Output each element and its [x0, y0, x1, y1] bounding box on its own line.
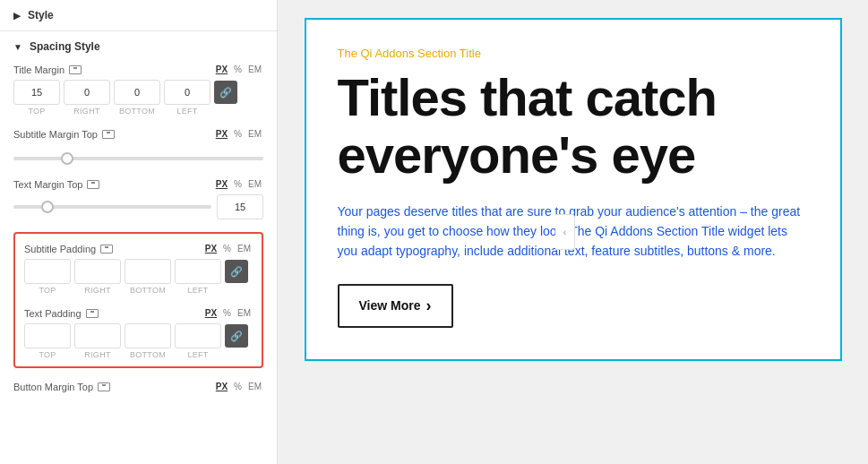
subtitle-padding-group: Subtitle Padding PX % EM 🔗	[24, 243, 253, 295]
style-section-header[interactable]: ▶ Style	[0, 0, 277, 31]
text-padding-top-input[interactable]	[24, 323, 71, 348]
text-padding-label-row: Text Padding PX % EM	[24, 307, 253, 319]
subtitle-margin-top-em-btn[interactable]: EM	[246, 128, 263, 140]
title-margin-link-btn[interactable]: 🔗	[214, 81, 237, 104]
subtitle-padding-sublabels: TOP RIGHT BOTTOM LEFT	[24, 286, 253, 295]
title-margin-label: Title Margin	[13, 64, 82, 75]
button-margin-top-em-btn[interactable]: EM	[246, 381, 263, 392]
text-margin-top-text: Text Margin Top	[13, 179, 82, 190]
title-margin-px-btn[interactable]: PX	[214, 64, 229, 75]
subtitle-padding-top-label: TOP	[24, 286, 71, 295]
title-margin-left-label: LEFT	[164, 107, 211, 116]
text-padding-right-label: RIGHT	[74, 350, 121, 359]
text-padding-monitor-icon	[86, 309, 99, 318]
button-margin-top-label-row: Button Margin Top PX % EM	[13, 381, 263, 392]
text-margin-top-group: Text Margin Top PX % EM	[13, 178, 263, 219]
subtitle-margin-top-group: Subtitle Margin Top PX % EM	[13, 128, 263, 166]
text-padding-inputs: 🔗	[24, 323, 253, 348]
subtitle-padding-px-btn[interactable]: PX	[203, 243, 219, 254]
text-margin-top-percent-btn[interactable]: %	[232, 178, 244, 190]
text-margin-top-em-btn[interactable]: EM	[246, 178, 263, 190]
subtitle-padding-left-input[interactable]	[175, 259, 221, 284]
title-margin-inputs: 🔗	[13, 80, 263, 105]
subtitle-padding-left-label: LEFT	[175, 286, 221, 295]
text-padding-right-input[interactable]	[74, 323, 121, 348]
subtitle-padding-text: Subtitle Padding	[24, 244, 96, 254]
title-margin-text: Title Margin	[13, 64, 64, 75]
subtitle-padding-inputs: 🔗	[24, 259, 253, 284]
title-margin-group: Title Margin PX % EM 🔗 TOP RIGHT BO	[13, 64, 263, 116]
title-margin-label-row: Title Margin PX % EM	[13, 64, 263, 75]
button-margin-top-units: PX % EM	[214, 381, 263, 392]
spacing-style-label: Spacing Style	[30, 40, 100, 53]
text-padding-left-label: LEFT	[175, 350, 221, 359]
preview-view-more-btn[interactable]: View More ›	[338, 284, 453, 328]
subtitle-margin-top-monitor-icon	[102, 130, 115, 139]
title-margin-units: PX % EM	[214, 64, 263, 75]
title-margin-bottom-input[interactable]	[114, 80, 160, 105]
button-margin-top-px-btn[interactable]: PX	[214, 381, 229, 392]
title-margin-percent-btn[interactable]: %	[232, 64, 244, 75]
text-padding-bottom-input[interactable]	[125, 323, 171, 348]
text-padding-left-input[interactable]	[175, 323, 221, 348]
text-padding-text: Text Padding	[24, 308, 82, 319]
preview-title: Titles that catch everyone's eye	[338, 69, 809, 184]
button-margin-top-percent-btn[interactable]: %	[232, 381, 244, 392]
title-margin-top-label: TOP	[13, 107, 60, 116]
text-margin-top-slider[interactable]	[13, 205, 211, 209]
collapse-panel-btn[interactable]: ‹	[555, 214, 575, 250]
subtitle-padding-percent-btn[interactable]: %	[221, 243, 233, 254]
text-padding-percent-btn[interactable]: %	[221, 307, 233, 319]
subtitle-padding-top-input[interactable]	[24, 259, 71, 284]
spacing-arrow-icon: ▼	[13, 42, 22, 52]
title-margin-sublabels: TOP RIGHT BOTTOM LEFT	[13, 107, 263, 116]
preview-tag: The Qi Addons Section Title	[338, 47, 809, 60]
subtitle-margin-top-units: PX % EM	[214, 128, 263, 140]
preview-btn-arrow-icon: ›	[426, 296, 432, 315]
text-margin-top-input-row	[13, 194, 263, 219]
subtitle-margin-top-label-row: Subtitle Margin Top PX % EM	[13, 128, 263, 140]
subtitle-padding-units: PX % EM	[203, 243, 253, 254]
left-panel: ▶ Style ▼ Spacing Style Title Margin PX …	[0, 0, 278, 464]
text-padding-group: Text Padding PX % EM 🔗	[24, 307, 253, 359]
highlighted-padding-section: Subtitle Padding PX % EM 🔗	[13, 232, 263, 368]
spacing-section: ▼ Spacing Style Title Margin PX % EM	[0, 31, 277, 414]
subtitle-padding-link-btn[interactable]: 🔗	[225, 260, 248, 283]
text-margin-top-px-btn[interactable]: PX	[214, 178, 229, 190]
subtitle-padding-bottom-input[interactable]	[125, 259, 171, 284]
text-margin-top-monitor-icon	[87, 180, 99, 189]
subtitle-margin-top-text: Subtitle Margin Top	[13, 129, 98, 140]
subtitle-margin-top-px-btn[interactable]: PX	[214, 128, 229, 140]
button-margin-top-label: Button Margin Top	[13, 382, 110, 392]
subtitle-padding-right-label: RIGHT	[74, 286, 121, 295]
style-section-label: Style	[28, 9, 54, 21]
title-margin-top-input[interactable]	[13, 80, 60, 105]
subtitle-padding-label-row: Subtitle Padding PX % EM	[24, 243, 253, 254]
title-margin-right-label: RIGHT	[64, 107, 110, 116]
subtitle-padding-label: Subtitle Padding	[24, 244, 113, 254]
preview-box: The Qi Addons Section Title Titles that …	[305, 18, 842, 361]
subtitle-margin-top-slider[interactable]	[13, 157, 263, 160]
subtitle-padding-right-input[interactable]	[74, 259, 121, 284]
text-padding-px-btn[interactable]: PX	[203, 307, 219, 319]
text-margin-top-label: Text Margin Top	[13, 179, 99, 190]
subtitle-margin-top-slider-container	[13, 144, 263, 166]
text-padding-label: Text Padding	[24, 308, 99, 319]
button-margin-top-group: Button Margin Top PX % EM	[13, 381, 263, 392]
text-padding-em-btn[interactable]: EM	[236, 307, 253, 319]
spacing-style-header[interactable]: ▼ Spacing Style	[13, 40, 263, 53]
subtitle-padding-monitor-icon	[100, 245, 113, 253]
title-margin-em-btn[interactable]: EM	[246, 64, 263, 75]
subtitle-margin-top-label: Subtitle Margin Top	[13, 129, 115, 140]
subtitle-margin-top-percent-btn[interactable]: %	[232, 128, 244, 140]
title-margin-right-input[interactable]	[64, 80, 110, 105]
text-margin-top-input[interactable]	[217, 194, 263, 219]
text-padding-link-btn[interactable]: 🔗	[225, 324, 248, 348]
text-padding-units: PX % EM	[203, 307, 253, 319]
title-margin-monitor-icon	[69, 65, 82, 74]
text-margin-top-label-row: Text Margin Top PX % EM	[13, 178, 263, 190]
subtitle-padding-em-btn[interactable]: EM	[236, 243, 253, 254]
button-margin-top-monitor-icon	[98, 382, 110, 391]
button-margin-top-text: Button Margin Top	[13, 382, 93, 392]
title-margin-left-input[interactable]	[164, 80, 211, 105]
